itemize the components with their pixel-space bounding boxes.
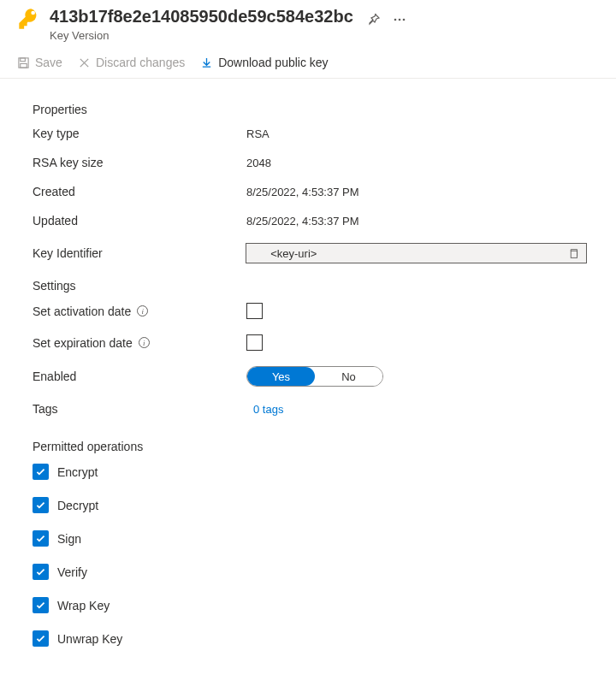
page-subtitle: Key Version xyxy=(50,29,599,42)
header-text: 413b17f8e2e14085950de59c584e32bc Key Ver… xyxy=(50,5,599,42)
info-icon[interactable]: i xyxy=(137,305,148,316)
pin-icon[interactable] xyxy=(367,9,381,23)
setting-row-activation: Set activation date i xyxy=(33,303,587,319)
download-public-key-button[interactable]: Download public key xyxy=(200,56,328,69)
setting-row-expiration: Set expiration date i xyxy=(33,334,587,351)
svg-rect-6 xyxy=(571,251,577,257)
permitted-op-label: Sign xyxy=(57,532,81,546)
setting-row-tags: Tags 0 tags xyxy=(33,402,587,416)
download-label: Download public key xyxy=(218,56,328,69)
updated-label: Updated xyxy=(33,214,246,228)
activation-checkbox[interactable] xyxy=(246,303,263,319)
discard-icon xyxy=(78,56,91,69)
svg-point-2 xyxy=(402,19,405,21)
svg-point-1 xyxy=(398,19,400,21)
svg-rect-4 xyxy=(21,57,26,61)
permitted-op-row: Verify xyxy=(33,564,587,580)
enabled-toggle[interactable]: Yes No xyxy=(246,366,383,387)
permitted-op-checkbox[interactable] xyxy=(33,630,49,647)
prop-row-rsa-size: RSA key size 2048 xyxy=(33,156,587,169)
permitted-op-checkbox[interactable] xyxy=(33,497,49,513)
key-type-label: Key type xyxy=(33,127,246,140)
save-label: Save xyxy=(35,56,62,69)
properties-section-label: Properties xyxy=(33,103,587,116)
permitted-op-row: Wrap Key xyxy=(33,597,587,613)
save-button[interactable]: Save xyxy=(17,56,62,69)
permitted-op-label: Unwrap Key xyxy=(57,632,122,646)
settings-section-label: Settings xyxy=(33,279,587,293)
permitted-op-checkbox[interactable] xyxy=(33,597,49,613)
permitted-op-checkbox[interactable] xyxy=(33,564,49,580)
setting-row-enabled: Enabled Yes No xyxy=(33,366,587,387)
prop-row-created: Created 8/25/2022, 4:53:37 PM xyxy=(33,185,587,198)
permitted-op-label: Wrap Key xyxy=(57,599,110,612)
permitted-op-checkbox[interactable] xyxy=(33,530,49,547)
created-label: Created xyxy=(33,185,246,198)
key-identifier-field[interactable]: <key-uri> xyxy=(246,243,587,263)
discard-label: Discard changes xyxy=(96,56,185,69)
copy-icon[interactable] xyxy=(568,248,579,259)
svg-point-0 xyxy=(394,19,396,21)
download-icon xyxy=(200,56,213,69)
rsa-size-label: RSA key size xyxy=(33,156,246,169)
permitted-op-row: Decrypt xyxy=(33,497,587,513)
info-icon[interactable]: i xyxy=(139,337,150,348)
prop-row-updated: Updated 8/25/2022, 4:53:37 PM xyxy=(33,214,587,228)
discard-button[interactable]: Discard changes xyxy=(78,56,185,69)
permitted-op-row: Sign xyxy=(33,530,587,547)
expiration-label: Set expiration date xyxy=(33,336,133,350)
permitted-op-label: Decrypt xyxy=(57,499,98,512)
permitted-ops-section-label: Permitted operations xyxy=(33,440,587,453)
toggle-yes[interactable]: Yes xyxy=(247,367,315,386)
expiration-checkbox[interactable] xyxy=(246,334,263,351)
content-area: Properties Key type RSA RSA key size 204… xyxy=(0,79,616,681)
key-icon xyxy=(17,7,41,31)
page-title: 413b17f8e2e14085950de59c584e32bc xyxy=(50,5,353,27)
permitted-op-label: Encrypt xyxy=(57,465,98,479)
key-identifier-label: Key Identifier xyxy=(33,246,246,260)
permitted-op-row: Unwrap Key xyxy=(33,630,587,647)
prop-row-key-identifier: Key Identifier <key-uri> xyxy=(33,243,587,263)
more-icon[interactable] xyxy=(393,9,406,23)
permitted-op-row: Encrypt xyxy=(33,464,587,480)
toolbar: Save Discard changes Download public key xyxy=(0,49,616,79)
created-value: 8/25/2022, 4:53:37 PM xyxy=(246,186,359,198)
key-identifier-value: <key-uri> xyxy=(270,247,317,260)
activation-label: Set activation date xyxy=(33,305,131,318)
prop-row-key-type: Key type RSA xyxy=(33,127,587,140)
tags-link[interactable]: 0 tags xyxy=(253,403,283,416)
tags-label: Tags xyxy=(33,402,246,416)
permitted-op-label: Verify xyxy=(57,565,87,579)
save-icon xyxy=(17,56,30,69)
key-type-value: RSA xyxy=(246,127,270,140)
page-header: 413b17f8e2e14085950de59c584e32bc Key Ver… xyxy=(0,0,616,49)
permitted-op-checkbox[interactable] xyxy=(33,464,49,480)
enabled-label: Enabled xyxy=(33,370,246,383)
toggle-no[interactable]: No xyxy=(315,367,382,386)
rsa-size-value: 2048 xyxy=(246,157,271,169)
updated-value: 8/25/2022, 4:53:37 PM xyxy=(246,215,359,228)
svg-rect-5 xyxy=(21,63,27,68)
